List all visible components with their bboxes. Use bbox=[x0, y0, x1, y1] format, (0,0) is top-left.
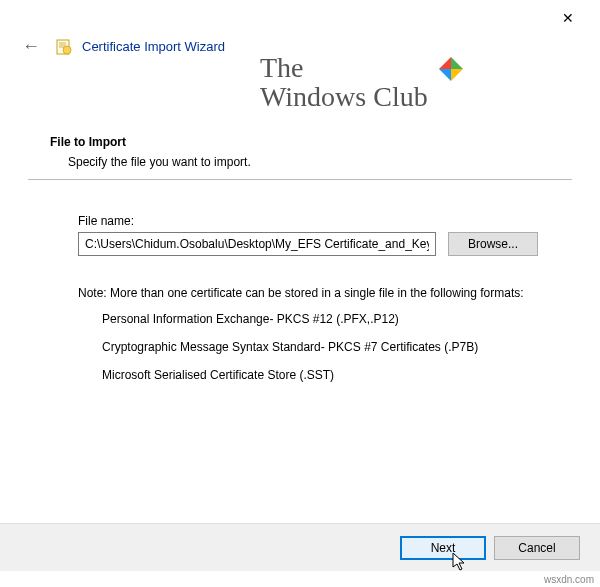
wizard-header: ← Certificate Import Wizard bbox=[0, 0, 600, 59]
certificate-icon bbox=[56, 39, 72, 55]
file-name-label: File name: bbox=[78, 214, 572, 228]
separator bbox=[28, 179, 572, 180]
note-intro: Note: More than one certificate can be s… bbox=[78, 286, 572, 300]
watermark-logo-icon bbox=[437, 55, 465, 86]
section-description: Specify the file you want to import. bbox=[68, 155, 572, 169]
next-button[interactable]: Next bbox=[400, 536, 486, 560]
back-arrow-icon[interactable]: ← bbox=[16, 34, 46, 59]
browse-button[interactable]: Browse... bbox=[448, 232, 538, 256]
watermark-line2: Windows Club bbox=[260, 81, 428, 112]
wizard-title: Certificate Import Wizard bbox=[82, 39, 225, 54]
note-item: Microsoft Serialised Certificate Store (… bbox=[102, 368, 572, 382]
close-button[interactable]: ✕ bbox=[554, 6, 582, 30]
svg-point-1 bbox=[63, 46, 71, 54]
note-item: Cryptographic Message Syntax Standard- P… bbox=[102, 340, 572, 354]
svg-marker-4 bbox=[439, 69, 451, 81]
watermark: The Windows Club bbox=[260, 53, 465, 112]
note-item: Personal Information Exchange- PKCS #12 … bbox=[102, 312, 572, 326]
svg-marker-3 bbox=[451, 69, 463, 81]
attribution-text: wsxdn.com bbox=[544, 574, 594, 585]
footer-bar: Next Cancel bbox=[0, 523, 600, 571]
cancel-button[interactable]: Cancel bbox=[494, 536, 580, 560]
file-name-input[interactable] bbox=[78, 232, 436, 256]
section-title: File to Import bbox=[50, 135, 572, 149]
